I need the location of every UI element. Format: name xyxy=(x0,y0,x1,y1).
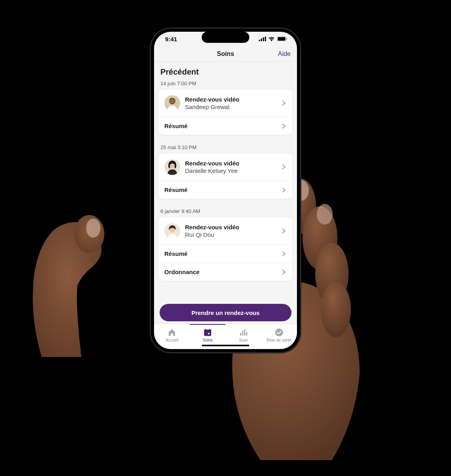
appointment-type: Rendez-vous vidéo xyxy=(185,96,281,103)
prescription-row[interactable]: Ordonnance xyxy=(159,263,292,281)
appointment-row[interactable]: Rendez-vous vidéo Danielle Kelsey Yee xyxy=(159,154,292,180)
summary-label: Résumé xyxy=(164,123,281,129)
content-scroll[interactable]: Précédent 14 juin 7:00 PM Rendez-vous vi… xyxy=(154,62,297,300)
summary-row[interactable]: Résumé xyxy=(159,244,292,263)
svg-point-1 xyxy=(86,219,100,238)
appointment-text: Rendez-vous vidéo Sandeep Grewal xyxy=(185,96,281,110)
appointment-card: Rendez-vous vidéo Sandeep Grewal Résumé xyxy=(159,90,292,135)
svg-rect-8 xyxy=(259,40,260,41)
appointment-date: 25 mai 3:10 PM xyxy=(154,142,297,154)
appointment-date: 14 juin 7:00 PM xyxy=(154,78,297,90)
avatar xyxy=(164,159,180,175)
appointment-type: Rendez-vous vidéo xyxy=(185,160,281,167)
chevron-right-icon xyxy=(281,123,287,129)
chevron-right-icon xyxy=(281,251,287,257)
summary-label: Résumé xyxy=(164,186,281,193)
svg-point-7 xyxy=(317,204,333,225)
help-link[interactable]: Aide xyxy=(278,50,291,58)
avatar xyxy=(164,95,180,111)
svg-rect-27 xyxy=(240,333,241,336)
appointment-text: Rendez-vous vidéo Rui Qi Dou xyxy=(185,224,281,238)
tab-label: Accueil xyxy=(166,338,178,342)
svg-point-5 xyxy=(321,282,351,337)
appointment-provider: Sandeep Grewal xyxy=(185,104,281,110)
summary-label: Résumé xyxy=(164,250,281,257)
tab-bar: Accueil Soins Suivi Bilan de santé xyxy=(154,324,297,349)
svg-rect-23 xyxy=(204,330,211,332)
appointment-date: 6 janvier 9:40 AM xyxy=(154,206,297,217)
status-time: 9:41 xyxy=(165,36,177,42)
home-icon xyxy=(168,328,176,337)
svg-rect-11 xyxy=(265,36,266,41)
appointment-provider: Rui Qi Dou xyxy=(185,231,281,238)
svg-point-26 xyxy=(208,333,210,334)
page-title: Soins xyxy=(217,50,234,58)
svg-rect-10 xyxy=(263,37,264,41)
svg-rect-30 xyxy=(246,332,247,336)
section-title: Précédent xyxy=(154,67,297,78)
chevron-right-icon xyxy=(281,228,287,234)
svg-rect-28 xyxy=(242,331,243,336)
appointment-row[interactable]: Rendez-vous vidéo Rui Qi Dou xyxy=(159,217,292,244)
appointment-type: Rendez-vous vidéo xyxy=(185,224,281,230)
cellular-icon xyxy=(259,36,266,41)
tab-label: Bilan de santé xyxy=(266,338,291,342)
tab-label: Suivi xyxy=(239,338,248,342)
svg-point-31 xyxy=(275,328,283,336)
phone-frame: 9:41 Soins Aide Précédent 14 juin 7 xyxy=(150,28,301,353)
svg-rect-25 xyxy=(209,329,210,330)
appointment-row[interactable]: Rendez-vous vidéo Sandeep Grewal xyxy=(159,90,292,117)
calendar-icon xyxy=(203,328,212,337)
cta-container: Prendre un rendez-vous xyxy=(154,300,297,324)
svg-rect-24 xyxy=(205,329,206,330)
prescription-label: Ordonnance xyxy=(164,269,281,275)
phone-notch xyxy=(202,32,249,43)
svg-rect-29 xyxy=(244,329,245,336)
home-indicator[interactable] xyxy=(202,345,249,346)
svg-rect-9 xyxy=(261,38,262,41)
tab-care[interactable]: Soins xyxy=(190,326,226,342)
book-appointment-button[interactable]: Prendre un rendez-vous xyxy=(160,304,291,321)
tab-home[interactable]: Accueil xyxy=(154,326,190,342)
nav-bar: Soins Aide xyxy=(154,46,297,62)
status-icons xyxy=(259,36,287,41)
summary-row[interactable]: Résumé xyxy=(159,180,292,199)
check-circle-icon xyxy=(275,328,283,337)
battery-icon xyxy=(277,36,287,41)
appointment-text: Rendez-vous vidéo Danielle Kelsey Yee xyxy=(185,160,281,174)
tab-label: Soins xyxy=(202,338,212,342)
chevron-right-icon xyxy=(281,269,287,275)
tab-health[interactable]: Bilan de santé xyxy=(261,326,297,342)
summary-row[interactable]: Résumé xyxy=(159,117,292,135)
svg-rect-13 xyxy=(278,37,285,41)
tab-tracking[interactable]: Suivi xyxy=(226,326,261,342)
wifi-icon xyxy=(268,36,275,41)
avatar xyxy=(164,223,180,239)
chevron-right-icon xyxy=(281,164,287,170)
chevron-right-icon xyxy=(281,100,287,106)
chart-icon xyxy=(239,328,248,337)
hand-thumb xyxy=(30,206,109,357)
appointment-provider: Danielle Kelsey Yee xyxy=(185,167,281,174)
appointment-card: Rendez-vous vidéo Rui Qi Dou Résumé Ordo… xyxy=(159,217,292,281)
chevron-right-icon xyxy=(281,187,287,193)
phone-screen: 9:41 Soins Aide Précédent 14 juin 7 xyxy=(154,32,297,349)
appointment-card: Rendez-vous vidéo Danielle Kelsey Yee Ré… xyxy=(159,154,292,199)
svg-rect-14 xyxy=(286,38,287,40)
